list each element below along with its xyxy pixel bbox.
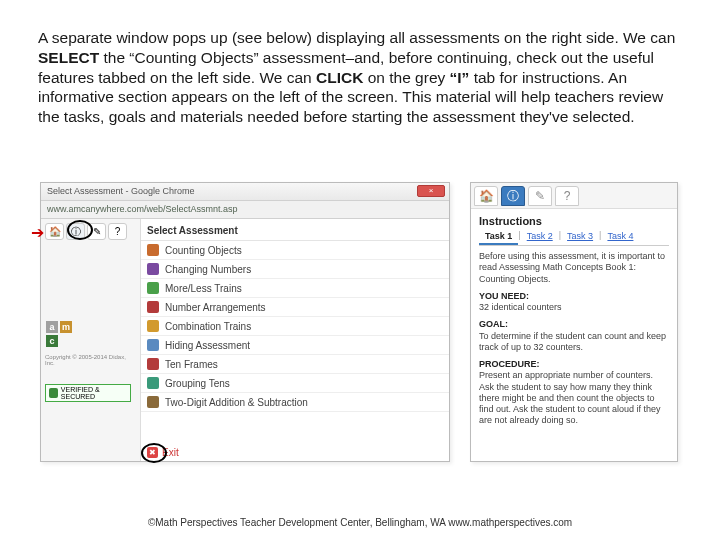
info-tab-home[interactable]: 🏠: [474, 186, 498, 206]
verified-secured-badge: VERIFIED & SECURED: [45, 384, 131, 402]
assessment-item[interactable]: Number Arrangements: [141, 298, 449, 317]
window-close-button[interactable]: ×: [417, 185, 445, 197]
task-tab[interactable]: Task 2: [521, 230, 559, 245]
info-tab-info[interactable]: ⓘ: [501, 186, 525, 206]
instructional-paragraph: A separate window pops up (see below) di…: [38, 28, 688, 127]
amc-logo: amc: [45, 320, 85, 348]
assessment-label: Counting Objects: [165, 245, 242, 256]
book-icon: [147, 358, 159, 370]
arrow-annotation-icon: ➔: [31, 225, 44, 241]
assessment-label: Ten Frames: [165, 359, 218, 370]
info-tab-notes[interactable]: ✎: [528, 186, 552, 206]
left-tab-column: ➔ 🏠 ⓘ ✎ ? amc Copyright © 2005-2014 Dida…: [41, 219, 141, 461]
browser-titlebar: Select Assessment - Google Chrome ×: [41, 183, 449, 201]
assessment-label: Number Arrangements: [165, 302, 266, 313]
tab-info[interactable]: ⓘ: [66, 223, 85, 240]
book-icon: [147, 282, 159, 294]
assessment-label: Combination Trains: [165, 321, 251, 332]
tab-home[interactable]: 🏠: [45, 223, 64, 240]
shield-icon: [49, 388, 58, 398]
task-tab[interactable]: Task 4: [601, 230, 639, 245]
you-need-label: YOU NEED:: [479, 291, 669, 302]
copyright-small: Copyright © 2005-2014 Didax, Inc.: [45, 354, 136, 366]
assessment-label: Changing Numbers: [165, 264, 251, 275]
book-icon: [147, 244, 159, 256]
book-icon: [147, 320, 159, 332]
procedure-text: Present an appropriate number of counter…: [479, 370, 669, 426]
select-assessment-window: Select Assessment - Google Chrome × www.…: [40, 182, 450, 462]
assessment-item[interactable]: Two-Digit Addition & Subtraction: [141, 393, 449, 412]
assessment-list: Counting ObjectsChanging NumbersMore/Les…: [141, 241, 449, 412]
you-need-text: 32 identical counters: [479, 302, 669, 313]
instructions-panel: 🏠 ⓘ ✎ ? Instructions Task 1 | Task 2 | T…: [470, 182, 678, 462]
assessment-label: More/Less Trains: [165, 283, 242, 294]
book-icon: [147, 377, 159, 389]
browser-addressbar[interactable]: www.amcanywhere.com/web/SelectAssmnt.asp: [41, 201, 449, 219]
info-tab-help[interactable]: ?: [555, 186, 579, 206]
assessment-item[interactable]: Changing Numbers: [141, 260, 449, 279]
tab-help[interactable]: ?: [108, 223, 127, 240]
procedure-label: PROCEDURE:: [479, 359, 669, 370]
goal-label: GOAL:: [479, 319, 669, 330]
assessment-item[interactable]: Hiding Assessment: [141, 336, 449, 355]
task-tabs: Task 1 | Task 2 | Task 3 | Task 4: [479, 230, 669, 246]
info-panel-tab-row: 🏠 ⓘ ✎ ?: [471, 183, 677, 209]
tab-notes[interactable]: ✎: [87, 223, 106, 240]
goal-text: To determine if the student can count an…: [479, 331, 669, 354]
book-icon: [147, 396, 159, 408]
exit-icon: ✖: [147, 447, 158, 458]
book-icon: [147, 301, 159, 313]
footer-credit: ©Math Perspectives Teacher Development C…: [0, 517, 720, 528]
instructions-intro: Before using this assessment, it is impo…: [479, 251, 669, 285]
select-assessment-header: Select Assessment: [141, 223, 449, 241]
window-title: Select Assessment - Google Chrome: [47, 186, 195, 196]
assessment-label: Two-Digit Addition & Subtraction: [165, 397, 308, 408]
assessment-label: Grouping Tens: [165, 378, 230, 389]
assessment-item[interactable]: Ten Frames: [141, 355, 449, 374]
exit-button[interactable]: ✖ Exit: [147, 447, 179, 458]
task-tab[interactable]: Task 3: [561, 230, 599, 245]
assessment-item[interactable]: More/Less Trains: [141, 279, 449, 298]
assessment-item[interactable]: Grouping Tens: [141, 374, 449, 393]
assessment-label: Hiding Assessment: [165, 340, 250, 351]
assessment-item[interactable]: Combination Trains: [141, 317, 449, 336]
book-icon: [147, 339, 159, 351]
assessment-list-column: Select Assessment Counting ObjectsChangi…: [141, 219, 449, 461]
instructions-heading: Instructions: [479, 215, 669, 229]
book-icon: [147, 263, 159, 275]
assessment-item[interactable]: Counting Objects: [141, 241, 449, 260]
task-tab[interactable]: Task 1: [479, 230, 518, 245]
